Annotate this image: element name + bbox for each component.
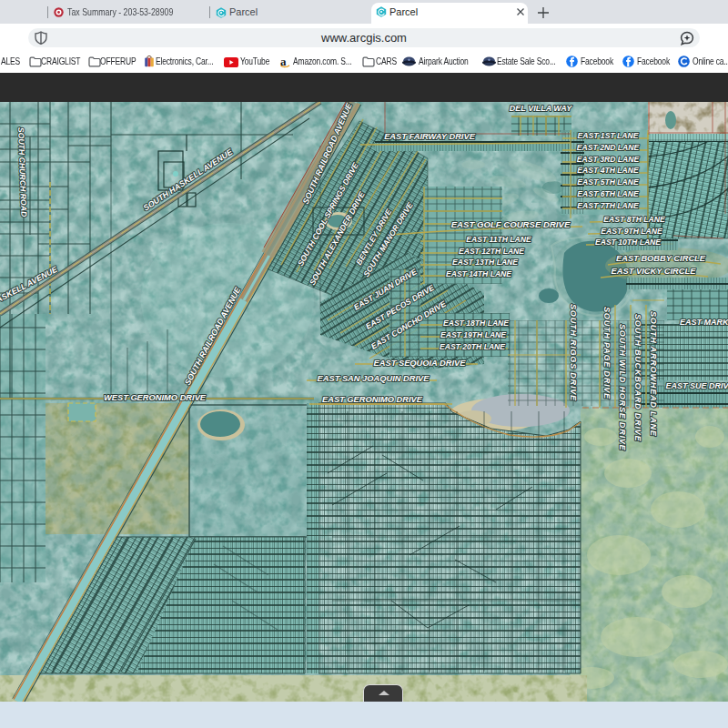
svg-text:EAST 4TH LANE: EAST 4TH LANE [577,166,639,175]
svg-text:SOUTH BUCKBOARD DRIVE: SOUTH BUCKBOARD DRIVE [633,314,642,441]
svg-text:WEST GERONIMO DRIVE: WEST GERONIMO DRIVE [104,393,207,402]
svg-text:EAST 18TH LANE: EAST 18TH LANE [443,318,509,328]
svg-text:EAST 2ND LANE: EAST 2ND LANE [577,143,640,152]
svg-text:EAST GOLF COURSE DRIVE: EAST GOLF COURSE DRIVE [451,219,571,229]
svg-text:EAST 12TH LANE: EAST 12TH LANE [459,247,524,256]
svg-text:EAST SAN JOAQUIN DRIVE: EAST SAN JOAQUIN DRIVE [318,374,430,383]
svg-text:EAST 10TH LANE: EAST 10TH LANE [595,238,661,247]
svg-text:EAST MARKET DRIVE: EAST MARKET DRIVE [680,318,728,327]
svg-text:EAST GERONIMO DRIVE: EAST GERONIMO DRIVE [322,395,423,404]
svg-text:EAST VICKY CIRCLE: EAST VICKY CIRCLE [612,267,697,276]
svg-text:EAST 11TH LANE: EAST 11TH LANE [466,235,531,244]
svg-text:SOUTH PAGE DRIVE: SOUTH PAGE DRIVE [602,307,612,399]
svg-text:SOUTH ARROWHEAD LANE: SOUTH ARROWHEAD LANE [649,311,658,437]
svg-text:EAST 6TH LANE: EAST 6TH LANE [577,189,639,198]
svg-text:EAST 7TH LANE: EAST 7TH LANE [577,201,639,210]
svg-text:EAST 9TH LANE: EAST 9TH LANE [601,227,662,236]
svg-text:SOUTH WILD HORSE DRIVE: SOUTH WILD HORSE DRIVE [618,324,627,451]
svg-text:EAST 20TH LANE: EAST 20TH LANE [440,342,505,351]
svg-text:EAST 5TH LANE: EAST 5TH LANE [577,177,639,187]
svg-text:DEL VILLA WAY: DEL VILLA WAY [510,104,572,113]
svg-text:EAST BOBBY CIRCLE: EAST BOBBY CIRCLE [616,254,706,263]
svg-text:EAST 19TH LANE: EAST 19TH LANE [440,330,506,339]
svg-text:EAST 3RD LANE: EAST 3RD LANE [577,155,640,164]
svg-text:EAST SUE DRIVE: EAST SUE DRIVE [665,381,728,390]
svg-text:SOUTH RIGGS DRIVE: SOUTH RIGGS DRIVE [569,304,578,401]
svg-text:EAST 8TH LANE: EAST 8TH LANE [603,215,665,224]
svg-text:EAST FAIRWAY DRIVE: EAST FAIRWAY DRIVE [384,132,475,141]
svg-text:EAST 14TH LANE: EAST 14TH LANE [446,269,511,278]
svg-text:EAST SEQUOIA DRIVE: EAST SEQUOIA DRIVE [374,359,467,368]
svg-text:EAST 13TH LANE: EAST 13TH LANE [452,258,518,267]
svg-text:EAST 1ST LANE: EAST 1ST LANE [578,131,639,140]
